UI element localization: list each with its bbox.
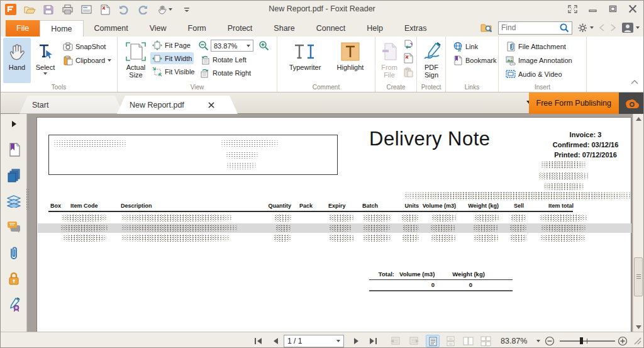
scroll-down-arrow[interactable] [633,322,644,332]
close-tab-icon[interactable] [208,102,214,108]
create-from-clipboard-button[interactable] [403,67,414,77]
zoom-slider-thumb[interactable] [580,337,583,344]
previous-page-button[interactable] [270,335,280,347]
foxit-cloud-logo-icon[interactable] [619,93,643,114]
select-button[interactable]: Select [32,38,58,83]
totals-weight-label: Weight (kg) [452,271,485,278]
zoom-in-button[interactable] [258,40,269,51]
continuous-facing-view-button[interactable] [479,335,492,347]
doc-tab-new-report[interactable]: New Report.pdf [117,96,238,114]
zoom-in-slider-button[interactable] [617,335,628,347]
col-item-total: Item total [548,203,574,209]
first-page-button[interactable] [252,335,265,347]
zoom-level-combo[interactable]: 83.87% [211,40,253,52]
previous-view-button[interactable] [388,335,402,347]
hand-button[interactable]: Hand [3,38,31,83]
continuous-view-button[interactable] [443,335,457,347]
redo-button[interactable] [136,3,149,16]
panel-resize-grip[interactable] [26,188,29,210]
free-form-publishing-button[interactable]: Free Form Publishing [529,93,619,114]
find-box[interactable] [498,21,572,35]
actual-size-button[interactable]: Actual Size [121,38,150,83]
facing-view-button[interactable] [461,335,475,347]
resize-grip[interactable] [632,335,642,347]
attachments-panel-button[interactable] [6,245,22,261]
ribbon-group-tools: Hand Select SnapShot Clipboard [1,36,118,92]
minimize-button[interactable] [587,4,598,14]
zoom-out-button[interactable] [198,40,209,51]
scroll-up-arrow[interactable] [633,114,644,123]
create-from-multiple-button[interactable] [403,39,414,50]
rotate-right-button[interactable]: Rotate Right [198,67,253,79]
vertical-scrollbar[interactable] [633,114,643,332]
highlight-button[interactable]: Highlight [330,38,370,83]
search-folder-icon[interactable] [480,23,493,33]
col-pack: Pack [299,203,313,209]
image-annotation-button[interactable]: Image Annotation [504,54,574,66]
email-button[interactable] [80,3,92,16]
last-page-button[interactable] [367,335,379,347]
collapse-ribbon-button[interactable] [630,78,640,86]
tab-help[interactable]: Help [356,20,394,36]
hand-tool-quick-button[interactable] [155,3,174,16]
history-back-button[interactable] [599,24,605,31]
next-view-button[interactable] [407,335,421,347]
tab-file[interactable]: File [6,20,40,36]
settings-gear-button[interactable] [577,23,594,33]
tab-extras[interactable]: Extras [394,20,437,36]
foxit-logo-icon[interactable] [4,3,17,16]
print-button[interactable] [61,3,74,16]
tab-connect[interactable]: Connect [306,20,357,36]
history-forward-button[interactable] [610,24,616,31]
fit-page-button[interactable]: Fit Page [150,39,192,51]
fullscreen-button[interactable] [567,4,578,14]
from-file-button[interactable]: From File [377,38,402,83]
snapshot-button[interactable]: SnapShot [61,40,108,52]
audio-video-button[interactable]: Audio & Video [504,68,564,80]
bookmark-button[interactable]: Bookmark [451,54,499,66]
signatures-panel-button[interactable] [6,297,22,312]
new-document-button[interactable] [99,3,111,16]
status-zoom-value[interactable]: 83.87% [501,335,527,347]
comments-panel-button[interactable] [6,220,22,235]
fit-width-button[interactable]: Fit Width [150,52,194,64]
tab-view[interactable]: View [139,20,177,36]
file-attachment-button[interactable]: File Attachment [504,40,568,52]
pdf-sign-button[interactable]: PDF Sign [418,38,445,83]
pages-panel-button[interactable] [6,168,22,183]
scrollbar-thumb[interactable] [634,257,643,296]
fit-visible-button[interactable]: Fit Visible [150,65,196,77]
doc-tab-start[interactable]: Start [19,96,123,114]
bookmarks-panel-button[interactable] [6,142,22,157]
from-file-icon [381,41,397,62]
tab-protect[interactable]: Protect [217,20,264,36]
layers-panel-button[interactable] [6,194,22,209]
tab-share[interactable]: Share [263,20,305,36]
create-blank-button[interactable] [403,53,414,64]
expand-panel-arrow[interactable] [6,116,22,132]
rotate-left-button[interactable]: Rotate Left [198,53,248,65]
single-page-view-button[interactable] [426,335,440,347]
save-button[interactable] [42,3,55,16]
col-batch: Batch [362,203,378,209]
tab-form[interactable]: Form [177,20,217,36]
user-account-button[interactable] [621,22,640,33]
link-button[interactable]: Link [451,40,480,52]
find-input[interactable] [501,23,559,32]
maximize-button[interactable] [607,4,618,14]
page-number-combo[interactable]: 1 / 1 [284,335,344,347]
close-button[interactable] [627,4,638,14]
customize-toolbar-button[interactable] [180,3,193,16]
status-zoom-caret[interactable] [536,335,540,347]
next-page-button[interactable] [352,335,362,347]
find-search-icon[interactable] [559,23,569,33]
open-file-button[interactable] [23,3,36,16]
tab-comment[interactable]: Comment [84,20,139,36]
clipboard-button[interactable]: Clipboard [61,54,113,66]
zoom-slider-track[interactable] [560,340,615,342]
tab-home[interactable]: Home [40,20,83,36]
undo-button[interactable] [118,3,130,16]
zoom-out-slider-button[interactable] [544,335,555,347]
security-panel-button[interactable] [6,271,22,286]
typewriter-button[interactable]: Typewriter [282,38,328,83]
